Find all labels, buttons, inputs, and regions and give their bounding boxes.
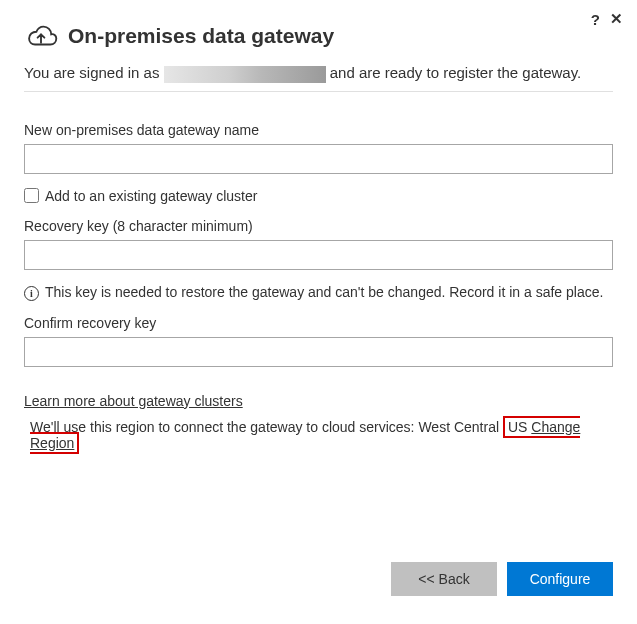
recovery-key-input[interactable] [24, 240, 613, 270]
gateway-name-label: New on-premises data gateway name [24, 122, 613, 138]
signin-message: You are signed in as and are ready to re… [24, 62, 613, 85]
gateway-name-input[interactable] [24, 144, 613, 174]
info-icon: i [24, 286, 39, 301]
add-cluster-checkbox[interactable] [24, 188, 39, 203]
recovery-info-text: This key is needed to restore the gatewa… [45, 284, 603, 300]
add-cluster-label[interactable]: Add to an existing gateway cluster [45, 188, 257, 204]
region-text: We'll use this region to connect the gat… [30, 419, 503, 435]
page-title: On-premises data gateway [68, 24, 334, 48]
configure-button[interactable]: Configure [507, 562, 613, 596]
confirm-key-input[interactable] [24, 337, 613, 367]
header: On-premises data gateway [24, 22, 613, 50]
cloud-upload-icon [24, 22, 58, 50]
help-icon[interactable]: ? [591, 11, 600, 28]
region-boxed-text: US [508, 419, 531, 435]
confirm-key-label: Confirm recovery key [24, 315, 613, 331]
close-icon[interactable]: ✕ [610, 10, 623, 28]
back-button[interactable]: << Back [391, 562, 497, 596]
region-row: We'll use this region to connect the gat… [24, 419, 613, 451]
recovery-key-label: Recovery key (8 character minimum) [24, 218, 613, 234]
learn-more-link[interactable]: Learn more about gateway clusters [24, 393, 243, 409]
divider [24, 91, 613, 92]
signin-suffix: and are ready to register the gateway. [326, 64, 582, 81]
redacted-email [164, 66, 326, 83]
signin-prefix: You are signed in as [24, 64, 164, 81]
